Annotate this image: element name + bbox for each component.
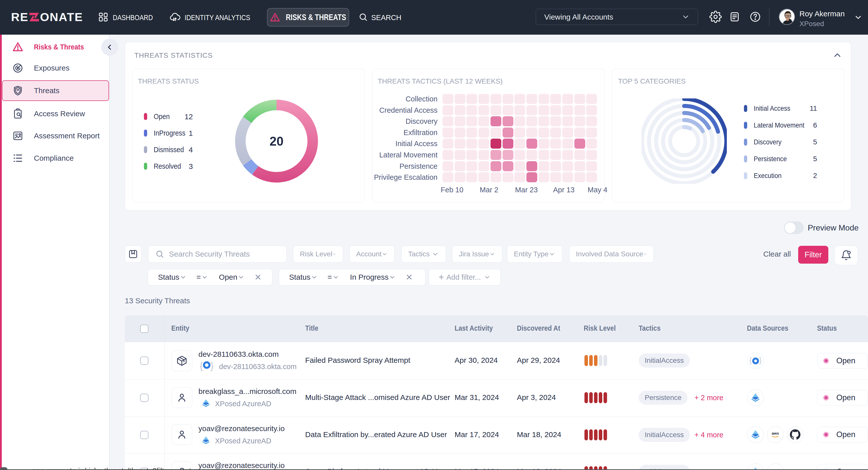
- svg-text:aws: aws: [772, 431, 779, 435]
